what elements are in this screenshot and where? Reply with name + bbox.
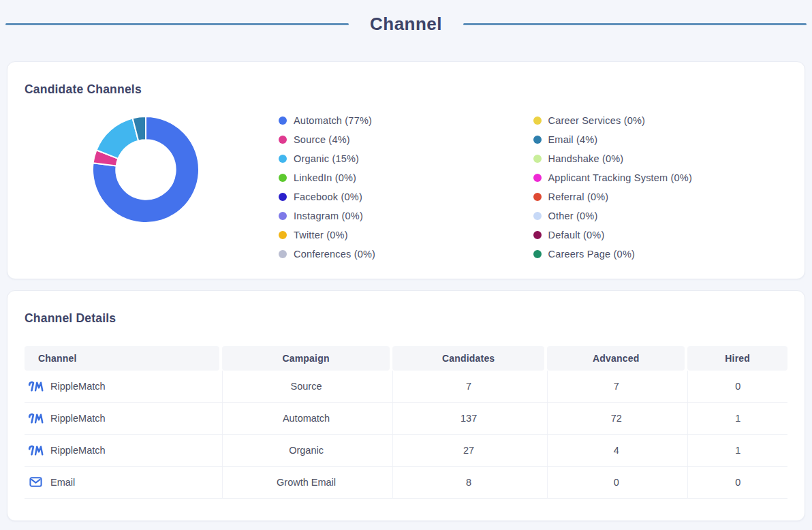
- legend-label: Conferences (0%): [294, 249, 375, 260]
- campaign-cell: Source: [222, 371, 390, 402]
- ripplematch-logo-icon: [27, 444, 44, 456]
- legend-label: Default (0%): [548, 230, 605, 240]
- legend-label: Careers Page (0%): [548, 249, 636, 260]
- table-row-ripplematch-source: RippleMatchSource770: [25, 371, 787, 403]
- legend-dot-career-services: [533, 116, 542, 125]
- legend-label: LinkedIn (0%): [294, 172, 356, 183]
- legend-dot-handshake: [533, 155, 542, 163]
- channel-cell: RippleMatch: [25, 403, 219, 434]
- channel-details-heading: Channel Details: [25, 311, 787, 326]
- legend-dot-organic: [279, 155, 287, 163]
- channel-cell: RippleMatch: [25, 371, 219, 402]
- channel-name: RippleMatch: [50, 381, 106, 392]
- legend-item-other[interactable]: Other (0%): [533, 206, 788, 225]
- legend-dot-conferences: [279, 250, 287, 258]
- legend-item-default[interactable]: Default (0%): [533, 225, 788, 245]
- table-body: RippleMatchSource770RippleMatchAutomatch…: [25, 371, 787, 499]
- table-header-row: Channel Campaign Candidates Advanced Hir…: [25, 346, 787, 371]
- legend-label: Career Services (0%): [548, 115, 646, 126]
- column-header-candidates: Candidates: [392, 346, 544, 371]
- advanced-cell: 0: [547, 467, 685, 498]
- channel-details-table: Channel Campaign Candidates Advanced Hir…: [25, 346, 787, 499]
- advanced-cell: 4: [547, 435, 685, 466]
- legend-label: Applicant Tracking System (0%): [548, 172, 693, 183]
- advanced-cell: 7: [547, 371, 685, 402]
- legend-item-conferences[interactable]: Conferences (0%): [279, 245, 533, 264]
- legend-item-organic[interactable]: Organic (15%): [279, 149, 533, 168]
- legend-item-source[interactable]: Source (4%): [279, 130, 533, 149]
- channel-cell: RippleMatch: [25, 435, 219, 466]
- channel-name: RippleMatch: [50, 445, 106, 456]
- legend-label: Automatch (77%): [294, 115, 372, 126]
- candidates-cell: 137: [392, 403, 544, 434]
- candidate-channels-card: Candidate Channels Automatch (77%)Source…: [7, 61, 805, 279]
- legend-label: Email (4%): [548, 134, 598, 145]
- page-header: Channel: [0, 0, 812, 34]
- table-row-ripplematch-automatch: RippleMatchAutomatch137721: [25, 403, 787, 435]
- channel-donut-chart[interactable]: [91, 115, 200, 224]
- channels-content: Automatch (77%)Source (4%)Organic (15%)L…: [25, 111, 787, 264]
- legend-item-instagram[interactable]: Instagram (0%): [279, 206, 533, 225]
- channel-details-card: Channel Details Channel Campaign Candida…: [7, 290, 805, 521]
- legend-column-left: Automatch (77%)Source (4%)Organic (15%)L…: [279, 111, 533, 264]
- legend-item-handshake[interactable]: Handshake (0%): [533, 149, 788, 168]
- legend-item-linkedin[interactable]: LinkedIn (0%): [279, 168, 533, 187]
- channel-legend: Automatch (77%)Source (4%)Organic (15%)L…: [279, 111, 787, 264]
- legend-item-career-services[interactable]: Career Services (0%): [533, 111, 788, 130]
- legend-column-right: Career Services (0%)Email (4%)Handshake …: [533, 111, 788, 264]
- advanced-cell: 72: [547, 403, 685, 434]
- column-header-advanced: Advanced: [547, 346, 685, 371]
- table-row-ripplematch-organic: RippleMatchOrganic2741: [25, 435, 787, 467]
- legend-item-automatch[interactable]: Automatch (77%): [279, 111, 533, 130]
- legend-item-twitter[interactable]: Twitter (0%): [279, 225, 533, 245]
- campaign-cell: Organic: [222, 435, 390, 466]
- legend-label: Source (4%): [294, 134, 350, 145]
- channel-name: RippleMatch: [50, 413, 106, 424]
- candidates-cell: 27: [392, 435, 544, 466]
- legend-dot-twitter: [279, 231, 287, 239]
- legend-dot-instagram: [279, 212, 287, 220]
- legend-label: Facebook (0%): [294, 191, 362, 202]
- legend-item-facebook[interactable]: Facebook (0%): [279, 187, 533, 206]
- column-header-hired: Hired: [687, 346, 787, 371]
- legend-item-applicant-tracking-system[interactable]: Applicant Tracking System (0%): [533, 168, 788, 187]
- ripplematch-logo-icon: [27, 412, 44, 424]
- legend-dot-applicant-tracking-system: [533, 174, 542, 182]
- legend-label: Twitter (0%): [294, 230, 348, 240]
- hired-cell: 0: [687, 371, 787, 402]
- donut-chart-svg: [91, 115, 200, 224]
- hired-cell: 1: [687, 403, 787, 434]
- candidates-cell: 8: [392, 467, 544, 498]
- channel-name: Email: [50, 477, 75, 488]
- column-header-channel: Channel: [25, 346, 219, 371]
- legend-dot-email: [533, 136, 542, 144]
- legend-item-email[interactable]: Email (4%): [533, 130, 788, 149]
- legend-dot-referral: [533, 193, 542, 201]
- channel-cell: Email: [25, 467, 219, 498]
- legend-label: Instagram (0%): [294, 211, 363, 221]
- legend-label: Handshake (0%): [548, 153, 624, 164]
- legend-label: Referral (0%): [548, 191, 609, 202]
- header-rule-right: [463, 23, 807, 25]
- campaign-cell: Growth Email: [222, 467, 390, 498]
- page-title: Channel: [370, 14, 442, 34]
- legend-dot-automatch: [279, 116, 287, 125]
- legend-dot-source: [279, 136, 287, 144]
- column-header-campaign: Campaign: [222, 346, 390, 371]
- legend-item-referral[interactable]: Referral (0%): [533, 187, 788, 206]
- email-envelope-icon: [27, 477, 44, 487]
- legend-dot-linkedin: [279, 174, 287, 182]
- candidate-channels-heading: Candidate Channels: [25, 82, 787, 97]
- ripplematch-logo-icon: [27, 380, 44, 392]
- donut-slice-organic[interactable]: [96, 118, 138, 158]
- legend-item-careers-page[interactable]: Careers Page (0%): [533, 245, 788, 264]
- legend-dot-careers-page: [533, 250, 542, 258]
- legend-dot-facebook: [279, 193, 287, 201]
- hired-cell: 0: [687, 467, 787, 498]
- campaign-cell: Automatch: [222, 403, 390, 434]
- legend-label: Organic (15%): [294, 153, 359, 164]
- legend-label: Other (0%): [548, 211, 598, 221]
- hired-cell: 1: [687, 435, 787, 466]
- header-rule-left: [5, 23, 349, 25]
- legend-dot-default: [533, 231, 542, 239]
